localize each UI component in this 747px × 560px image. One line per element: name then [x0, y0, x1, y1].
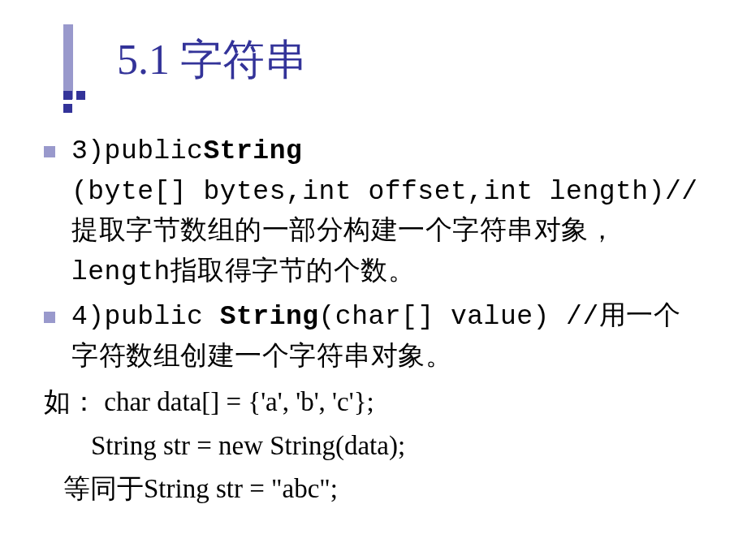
bullet-icon	[44, 146, 55, 157]
bullet-icon	[44, 312, 55, 323]
slide: 5.1 字符串 3)publicString (byte[] bytes,int…	[0, 0, 747, 560]
list-item-text: 3)publicString (byte[] bytes,int offset,…	[71, 131, 706, 292]
title-decoration-icon	[63, 24, 109, 99]
example-label: 如：	[44, 387, 97, 416]
item-bold: String	[203, 136, 302, 166]
example-line-1: 如： char data[] = {'a', 'b', 'c'};	[44, 382, 706, 423]
item-bold: String	[220, 302, 319, 332]
item-prefix: 3)public	[71, 136, 203, 166]
slide-content: 3)publicString (byte[] bytes,int offset,…	[44, 131, 706, 510]
example-code: String str = "abc";	[144, 474, 338, 503]
slide-title: 5.1 字符串	[117, 32, 307, 88]
example-line-3: 等同于String str = "abc";	[63, 469, 706, 510]
list-item: 4)public String(char[] value) //用一个字符数组创…	[44, 297, 706, 377]
example-line-2: String str = new String(data);	[91, 426, 706, 467]
list-item-text: 4)public String(char[] value) //用一个字符数组创…	[71, 297, 706, 377]
example-label: 等同于	[63, 474, 144, 503]
item-prefix: 4)public	[71, 302, 220, 332]
title-block: 5.1 字符串	[63, 24, 706, 99]
example-code: char data[] = {'a', 'b', 'c'};	[97, 387, 374, 416]
item-line2: (byte[] bytes,int offset,int length)//提取…	[71, 177, 698, 287]
list-item: 3)publicString (byte[] bytes,int offset,…	[44, 131, 706, 292]
